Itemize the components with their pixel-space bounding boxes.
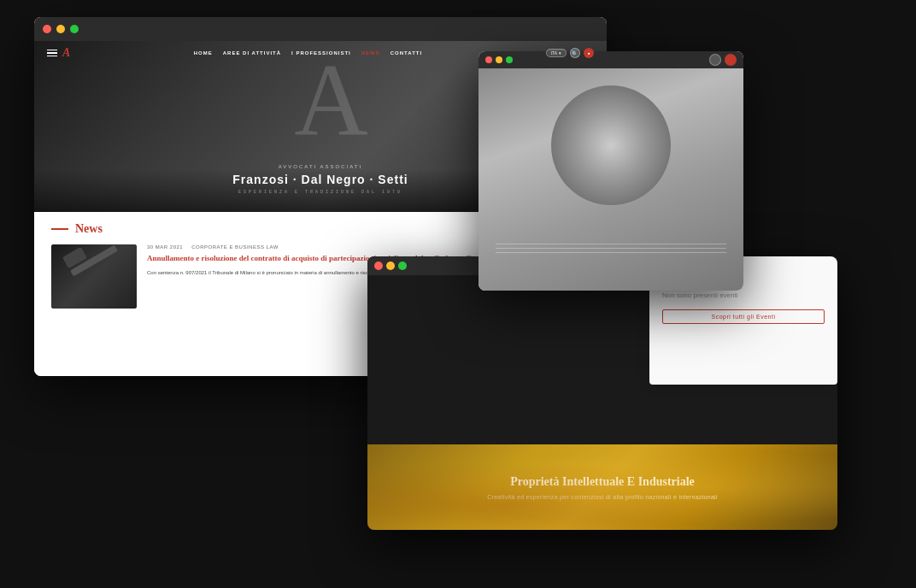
ip-swirls-decoration bbox=[367, 444, 837, 530]
browser-chrome-main bbox=[34, 17, 607, 41]
news-line-decoration bbox=[51, 228, 68, 230]
search-icon[interactable]: 🔍 bbox=[570, 48, 580, 58]
user-icon[interactable]: ● bbox=[584, 48, 594, 58]
rt-icon-red[interactable] bbox=[725, 54, 737, 66]
language-label: ITA bbox=[551, 50, 557, 56]
hamburger-icon[interactable] bbox=[47, 50, 57, 57]
nav-controls: ITA ▾ 🔍 ● bbox=[546, 48, 594, 58]
news-article-image bbox=[51, 244, 137, 309]
hero-content: AVVOCATI ASSOCIATI Franzosi · Dal Negro … bbox=[232, 164, 408, 195]
minimize-dot[interactable] bbox=[56, 25, 65, 33]
news-section-title: News bbox=[75, 222, 103, 236]
news-date: 30 MAR 2021 bbox=[147, 244, 183, 250]
newspaper-visual bbox=[479, 68, 743, 291]
nav-links: HOME AREE DI ATTIVITÀ I PROFESSIONISTI N… bbox=[194, 50, 422, 56]
browser-right-top bbox=[479, 51, 743, 291]
hero-subtitle: AVVOCATI ASSOCIATI bbox=[232, 164, 408, 169]
site-logo: A bbox=[47, 46, 70, 60]
decorative-logo-letter: A bbox=[294, 50, 360, 152]
hero-firm-name: Franzosi · Dal Negro · Setti bbox=[232, 173, 408, 186]
rt-icon-1[interactable] bbox=[709, 54, 721, 66]
maximize-dot[interactable] bbox=[70, 25, 79, 33]
view-all-events-button[interactable]: Scopri tutti gli Eventi bbox=[662, 309, 825, 324]
site-navigation: A HOME AREE DI ATTIVITÀ I PROFESSIONISTI… bbox=[34, 41, 607, 65]
browser-bottom-right: Eventi Non sono presenti eventi Scopri t… bbox=[367, 256, 837, 530]
chevron-down-icon: ▾ bbox=[559, 50, 561, 56]
nav-link-home[interactable]: HOME bbox=[194, 50, 213, 56]
newspaper-circle-visual bbox=[551, 85, 671, 205]
ip-section: Proprietà Intellettuale E Industriale Cr… bbox=[367, 444, 837, 530]
logo-letter: A bbox=[62, 46, 70, 60]
nav-link-news[interactable]: NEWS bbox=[361, 50, 380, 56]
close-dot-br[interactable] bbox=[374, 262, 383, 270]
close-dot[interactable] bbox=[43, 25, 51, 33]
news-category: CORPORATE E BUSINESS LAW bbox=[191, 244, 279, 250]
maximize-dot-br[interactable] bbox=[398, 262, 407, 270]
gavel-background bbox=[51, 244, 137, 309]
nav-link-contacts[interactable]: CONTATTI bbox=[390, 50, 422, 56]
hero-tagline: ESPERIENZA E TRADIZIONE DAL 1970 bbox=[232, 190, 408, 195]
events-empty-text: Non sono presenti eventi bbox=[662, 291, 825, 299]
newspaper-lines bbox=[496, 244, 726, 256]
minimize-dot-br[interactable] bbox=[386, 262, 395, 270]
nav-link-professionals[interactable]: I PROFESSIONISTI bbox=[291, 50, 351, 56]
language-switcher[interactable]: ITA ▾ bbox=[546, 49, 567, 57]
nav-link-areas[interactable]: AREE DI ATTIVITÀ bbox=[223, 50, 281, 56]
